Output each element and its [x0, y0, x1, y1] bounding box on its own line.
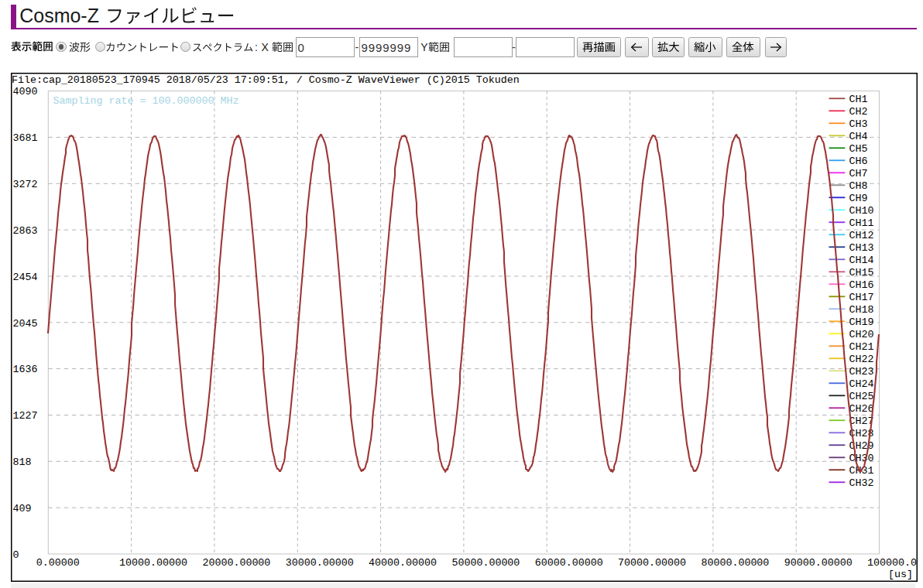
svg-text:3272: 3272 [13, 179, 38, 190]
svg-text:CH2: CH2 [849, 106, 868, 118]
svg-text:CH14: CH14 [849, 255, 874, 266]
svg-text:CH17: CH17 [849, 292, 874, 303]
svg-text:40000.00000: 40000.00000 [369, 557, 437, 569]
svg-text:CH25: CH25 [849, 391, 874, 402]
svg-text:3681: 3681 [13, 132, 38, 144]
svg-text:CH4: CH4 [849, 131, 868, 142]
svg-text:2045: 2045 [13, 318, 38, 330]
svg-text:4090: 4090 [13, 86, 38, 97]
svg-text:100000.00000: 100000.00000 [867, 557, 918, 569]
svg-text:CH1: CH1 [849, 94, 868, 105]
svg-text:CH8: CH8 [849, 180, 868, 192]
svg-text:CH23: CH23 [849, 366, 874, 378]
svg-text:CH19: CH19 [849, 316, 874, 328]
svg-text:CH18: CH18 [849, 304, 874, 316]
svg-text:CH26: CH26 [849, 403, 874, 415]
svg-text:0.00000: 0.00000 [36, 557, 80, 569]
svg-text:2454: 2454 [13, 272, 38, 283]
svg-text:Sampling rate = 100.000000 MHz: Sampling rate = 100.000000 MHz [53, 95, 239, 107]
svg-text:10000.00000: 10000.00000 [119, 557, 187, 569]
svg-text:CH7: CH7 [849, 168, 868, 179]
svg-text:60000.00000: 60000.00000 [535, 557, 603, 569]
svg-text:70000.00000: 70000.00000 [618, 557, 686, 569]
svg-text:80000.00000: 80000.00000 [701, 557, 769, 569]
svg-text:818: 818 [13, 456, 32, 468]
svg-text:50000.00000: 50000.00000 [451, 557, 520, 569]
svg-text:CH32: CH32 [849, 477, 874, 489]
svg-text:CH16: CH16 [849, 279, 874, 291]
svg-text:20000.00000: 20000.00000 [202, 557, 270, 569]
svg-text:[us]: [us] [888, 569, 913, 580]
svg-text:File:cap_20180523_170945 2018/: File:cap_20180523_170945 2018/05/23 17:0… [12, 74, 520, 86]
svg-text:CH20: CH20 [849, 329, 874, 340]
svg-text:CH22: CH22 [849, 354, 874, 365]
svg-text:CH27: CH27 [849, 415, 874, 427]
svg-text:30000.00000: 30000.00000 [286, 557, 354, 569]
svg-text:CH13: CH13 [849, 242, 874, 254]
svg-text:CH10: CH10 [849, 205, 874, 217]
svg-text:CH3: CH3 [849, 118, 868, 130]
svg-text:0: 0 [13, 549, 19, 561]
svg-text:CH24: CH24 [849, 378, 874, 390]
svg-text:1636: 1636 [13, 364, 38, 375]
svg-text:CH6: CH6 [849, 156, 868, 167]
svg-text:CH30: CH30 [849, 453, 874, 464]
svg-text:CH9: CH9 [849, 193, 868, 204]
svg-text:CH21: CH21 [849, 341, 874, 353]
svg-text:2863: 2863 [13, 225, 38, 237]
svg-text:90000.00000: 90000.00000 [784, 557, 853, 569]
svg-text:CH12: CH12 [849, 230, 874, 241]
svg-text:CH15: CH15 [849, 267, 874, 279]
svg-text:1227: 1227 [13, 410, 38, 422]
svg-text:409: 409 [13, 503, 32, 514]
svg-text:CH5: CH5 [849, 143, 868, 155]
svg-text:CH11: CH11 [849, 217, 874, 229]
